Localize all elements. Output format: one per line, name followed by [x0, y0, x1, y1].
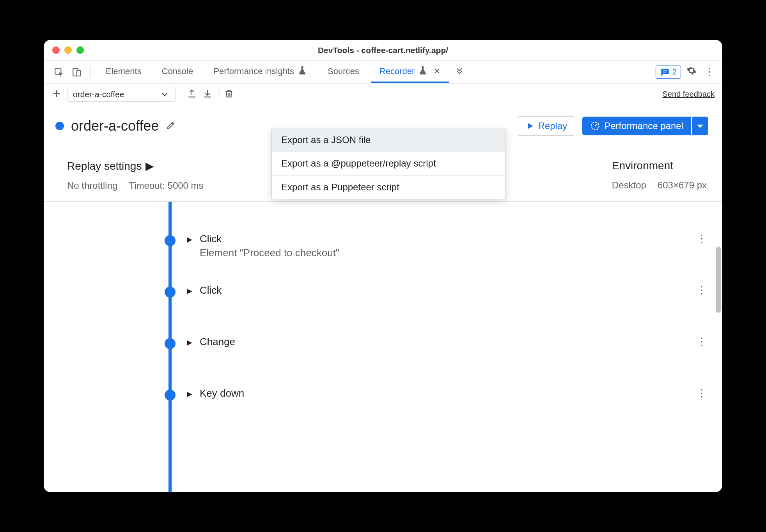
step-label: Click [200, 284, 222, 296]
replay-label: Replay [538, 121, 567, 131]
step-sublabel: Element "Proceed to checkout" [200, 247, 339, 259]
tab-sources[interactable]: Sources [319, 62, 368, 83]
expand-caret-icon[interactable]: ▶ [187, 390, 192, 398]
step-label: Key down [200, 387, 244, 399]
step-row[interactable]: ▶ Change ⋮ [44, 333, 722, 384]
step-row[interactable]: ▶ Click ⋮ [44, 281, 722, 333]
step-menu-icon[interactable]: ⋮ [697, 233, 707, 245]
tab-label: Performance insights [213, 66, 294, 76]
step-dot-icon [165, 338, 176, 349]
performance-panel-label: Performance panel [604, 121, 683, 131]
throttling-value: No throttling [67, 180, 117, 191]
close-tab-icon[interactable]: ✕ [433, 66, 440, 76]
recorder-toolbar: order-a-coffee Send feedback [44, 83, 722, 105]
window-title: DevTools - coffee-cart.netlify.app/ [44, 46, 722, 55]
environment-label: Environment [612, 160, 673, 172]
expand-caret-icon[interactable]: ▶ [187, 287, 192, 295]
step-row[interactable]: ▶ Key down ⋮ [44, 384, 722, 436]
settings-icon[interactable] [684, 66, 699, 78]
performance-panel-button-group: Performance panel [582, 117, 708, 135]
step-dot-icon [165, 235, 176, 246]
step-menu-icon[interactable]: ⋮ [697, 336, 707, 348]
svg-rect-4 [663, 71, 666, 72]
caret-down-icon [695, 121, 705, 131]
tab-elements[interactable]: Elements [97, 62, 150, 83]
step-label: Click [200, 233, 222, 245]
expand-caret-icon[interactable]: ▶ [187, 235, 192, 244]
performance-panel-button[interactable]: Performance panel [582, 117, 691, 135]
more-tabs-icon[interactable] [452, 65, 467, 80]
step-row[interactable]: ▶ Click Element "Proceed to checkout" ⋮ [44, 230, 722, 281]
steps-area: ▶ Click Element "Proceed to checkout" ⋮ … [44, 202, 722, 492]
separator [90, 66, 91, 78]
steps-container: ▶ Click Element "Proceed to checkout" ⋮ … [44, 202, 722, 492]
export-puppeteer-item[interactable]: Export as a Puppeteer script [272, 176, 505, 199]
delete-icon[interactable] [224, 89, 234, 100]
flask-icon [297, 66, 307, 78]
edit-title-icon[interactable] [166, 120, 176, 132]
separator [652, 180, 652, 191]
more-options-icon[interactable]: ⋮ [702, 66, 717, 78]
recording-select[interactable]: order-a-coffee [67, 87, 176, 102]
tab-label: Sources [328, 66, 359, 76]
environment-header: Environment [612, 160, 707, 172]
play-icon [525, 121, 535, 131]
export-menu: Export as a JSON file Export as a @puppe… [271, 128, 505, 199]
tab-label: Elements [106, 66, 142, 76]
replay-settings-label: Replay settings [67, 160, 142, 172]
performance-panel-dropdown[interactable] [692, 117, 708, 135]
step-dot-icon [165, 287, 176, 298]
scrollbar-thumb[interactable] [716, 246, 721, 313]
timeout-value: Timeout: 5000 ms [129, 180, 203, 191]
tab-label: Console [162, 66, 193, 76]
tab-performance-insights[interactable]: Performance insights [205, 62, 316, 83]
send-feedback-link[interactable]: Send feedback [663, 90, 715, 99]
flask-icon [418, 66, 428, 78]
expand-caret-icon[interactable]: ▶ [187, 338, 192, 347]
new-recording-icon[interactable] [51, 89, 62, 100]
recording-select-value: order-a-coffee [73, 90, 124, 99]
svg-rect-3 [663, 70, 667, 71]
recording-status-dot [55, 122, 64, 130]
device-toolbar-icon[interactable] [69, 65, 84, 80]
replay-settings-values: No throttling Timeout: 5000 ms [67, 180, 204, 191]
environment-values: Desktop 603×679 px [612, 180, 707, 191]
separator [123, 180, 123, 191]
issues-badge[interactable]: 2 [656, 66, 681, 79]
issues-count: 2 [672, 67, 677, 76]
tab-console[interactable]: Console [153, 62, 202, 83]
step-label: Change [200, 336, 235, 348]
tab-recorder[interactable]: Recorder ✕ [371, 62, 449, 83]
tab-label: Recorder [379, 66, 415, 76]
recording-title: order-a-coffee [71, 118, 159, 134]
export-json-item[interactable]: Export as a JSON file [272, 128, 505, 152]
inspect-element-icon[interactable] [51, 65, 66, 80]
chevron-down-icon [160, 89, 170, 99]
export-icon[interactable] [187, 89, 197, 100]
separator [218, 89, 218, 100]
import-icon[interactable] [202, 89, 213, 100]
export-puppeteer-replay-item[interactable]: Export as a @puppeteer/replay script [272, 152, 505, 175]
environment-settings: Environment Desktop 603×679 px [612, 160, 707, 191]
step-dot-icon [165, 390, 176, 401]
gauge-icon [590, 121, 600, 131]
step-menu-icon[interactable]: ⋮ [697, 387, 707, 399]
replay-settings: Replay settings ▶ No throttling Timeout:… [67, 160, 204, 191]
titlebar: DevTools - coffee-cart.netlify.app/ [44, 40, 722, 61]
separator [181, 89, 181, 100]
devtools-window: DevTools - coffee-cart.netlify.app/ Elem… [44, 40, 722, 492]
caret-right-icon: ▶ [145, 160, 154, 172]
dimensions-value: 603×679 px [658, 180, 707, 191]
replay-settings-header[interactable]: Replay settings ▶ [67, 160, 204, 172]
tabbar: Elements Console Performance insights So… [44, 61, 722, 83]
step-menu-icon[interactable]: ⋮ [697, 284, 707, 296]
replay-button[interactable]: Replay [517, 116, 576, 136]
svg-rect-2 [77, 70, 81, 76]
device-value: Desktop [612, 180, 646, 191]
